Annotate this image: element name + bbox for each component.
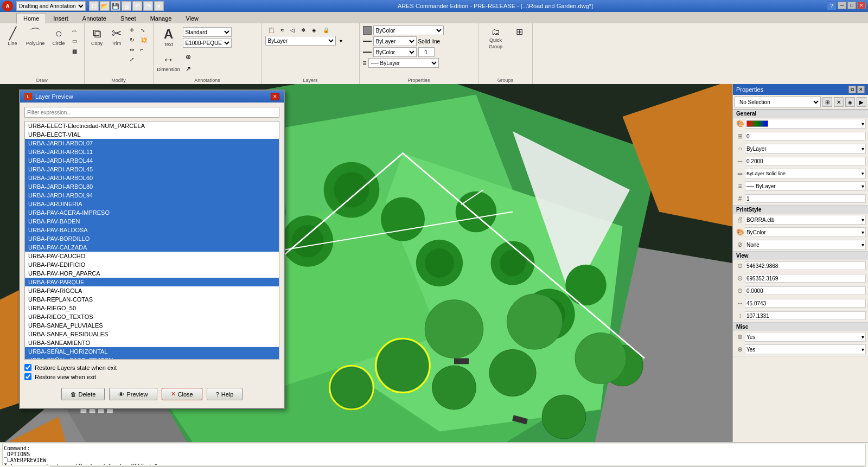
text-button[interactable]: A Text: [157, 25, 181, 49]
open-btn[interactable]: 📂: [100, 1, 110, 11]
layer-isolate-btn[interactable]: ◈: [309, 25, 319, 35]
tab-view[interactable]: View: [178, 13, 206, 23]
more-btn[interactable]: ▾: [154, 1, 164, 11]
layer-freeze-btn[interactable]: ❄: [298, 25, 308, 35]
layer-list-item[interactable]: URBA-PAV-HOR_APARCA: [25, 269, 279, 278]
layer-match-btn[interactable]: ≈: [278, 25, 287, 35]
leader-btn[interactable]: ↗: [183, 63, 194, 74]
fillet-button[interactable]: ⌐: [138, 45, 150, 54]
color-dropdown[interactable]: ByColor: [373, 25, 444, 35]
layer-list-item[interactable]: URBA-SEÑAL_PASO_PEATON: [25, 356, 279, 360]
maximize-btn[interactable]: □: [847, 2, 856, 9]
copy-button[interactable]: ⧉ Copy: [88, 25, 106, 48]
plotstyle-prop-dropdown[interactable]: ── ByLayer ▾: [745, 181, 866, 191]
lineweight-dropdown[interactable]: ByColor: [373, 47, 417, 57]
minimize-btn[interactable]: ─: [838, 2, 846, 9]
plotstyle-dropdown[interactable]: ── ByLayer: [368, 58, 439, 68]
view-height-value[interactable]: [745, 311, 866, 320]
line-button[interactable]: ╱ Line: [3, 25, 22, 48]
help-button[interactable]: ? Help: [207, 388, 243, 400]
layer-list-item[interactable]: URBA-PAV-BORDILLO: [25, 234, 279, 243]
save-btn[interactable]: 💾: [111, 1, 120, 11]
prop-close-btn[interactable]: ✕: [857, 86, 865, 93]
circle-button[interactable]: ○ Circle: [49, 25, 68, 48]
printstyle-none-dropdown[interactable]: None ▾: [745, 240, 866, 250]
tab-home[interactable]: Home: [16, 13, 46, 24]
layer-list-item[interactable]: URBA-JARDI-ARBOL45: [25, 165, 279, 174]
view-width-value[interactable]: [745, 299, 866, 308]
layer-list[interactable]: URBA-ELECT-Electricidad-NUM_PARCELAURBA-…: [24, 121, 279, 360]
prop-apply-btn[interactable]: ▶: [857, 97, 866, 107]
printstyle-table-dropdown[interactable]: BORRA.ctb ▾: [745, 215, 866, 225]
layer-list-item[interactable]: URBA-JARDI-ARBOL60: [25, 174, 279, 182]
text-style-dropdown[interactable]: Standard: [183, 27, 232, 37]
layer-list-item[interactable]: URBA-PAV-RIGOLA: [25, 286, 279, 295]
prop-select-btn[interactable]: ◈: [845, 97, 855, 107]
restore-view-checkbox[interactable]: [24, 373, 31, 380]
layer-dd-btn[interactable]: ▾: [337, 36, 345, 46]
misc-annotative-dropdown[interactable]: Yes ▾: [745, 332, 866, 342]
redo-btn[interactable]: ↷: [143, 1, 153, 11]
linescale-prop-dropdown[interactable]: ByLayer Solid line ▾: [745, 169, 866, 178]
transparency-prop-value[interactable]: [745, 194, 866, 203]
printstyle-color-dropdown[interactable]: ByColor ▾: [745, 227, 866, 237]
lineweight-value[interactable]: [418, 47, 435, 57]
preview-button[interactable]: 👁 Preview: [109, 388, 157, 400]
layer-list-item[interactable]: URBA-PAV-BALDOSA: [25, 226, 279, 234]
layer-props-btn[interactable]: 📋: [265, 25, 277, 35]
undo-btn[interactable]: ↶: [132, 1, 142, 11]
polyline-button[interactable]: ⌒ PolyLine: [23, 25, 48, 48]
tab-manage[interactable]: Manage: [143, 13, 179, 23]
view-z-value[interactable]: [745, 286, 866, 295]
layer-list-item[interactable]: URBA-ELECT-VIAL: [25, 130, 279, 139]
layer-prev-btn[interactable]: ◁: [288, 25, 297, 35]
layer-list-item[interactable]: URBA-ELECT-Electricidad-NUM_PARCELA: [25, 121, 279, 130]
prop-filter-btn[interactable]: ⊞: [822, 97, 832, 107]
general-section-header[interactable]: General: [733, 110, 868, 118]
layer-list-item[interactable]: URBA-PAV-EDIFICIO: [25, 260, 279, 269]
linetype-dropdown[interactable]: ByLayer: [373, 36, 417, 46]
layer-list-item[interactable]: URBA-PAV-CAUCHO: [25, 252, 279, 260]
rotate-button[interactable]: ↻: [127, 35, 137, 44]
rectangle-button[interactable]: ▭: [69, 36, 81, 46]
layer-list-item[interactable]: URBA-RIEGO_50: [25, 304, 279, 312]
layer-list-item[interactable]: URBA-JARDI-ARBOL94: [25, 191, 279, 200]
layer-dialog-close-btn[interactable]: ✕: [271, 93, 279, 100]
dimension-button[interactable]: ↔ Dimension: [157, 52, 181, 74]
layer-prop-value[interactable]: [745, 132, 866, 140]
tab-annotate[interactable]: Annotate: [75, 13, 113, 23]
scale-button[interactable]: ⤢: [127, 55, 137, 64]
group-icon-btn[interactable]: ⊞: [510, 25, 529, 39]
prop-undock-btn[interactable]: ⧉: [848, 86, 856, 93]
layer-list-item[interactable]: URBA-SEÑAL_HORIZONTAL: [25, 347, 279, 356]
prop-clear-btn[interactable]: ✕: [834, 97, 844, 107]
layer-list-item[interactable]: URBA-JARDINERIA: [25, 200, 279, 208]
new-btn[interactable]: 🗋: [89, 1, 99, 11]
layer-lock-btn[interactable]: 🔒: [320, 25, 332, 35]
layer-list-item[interactable]: URBA-JARDI-ARBOL44: [25, 156, 279, 165]
view-section-header[interactable]: View: [733, 252, 868, 260]
layer-list-item[interactable]: URBA-PAV-BADEN: [25, 217, 279, 226]
arc-button[interactable]: ⌓: [69, 25, 81, 35]
layer-list-item[interactable]: URBA-SANEA_RESIDUALES: [25, 330, 279, 338]
mirror-button[interactable]: ⇔: [127, 45, 137, 54]
misc-scale-dropdown[interactable]: Yes ▾: [745, 344, 866, 354]
explode-button[interactable]: 💥: [138, 35, 150, 44]
layer-list-item[interactable]: URBA-SANEA_PLUVIALES: [25, 321, 279, 330]
layer-list-item[interactable]: URBA-JARDI-ARBOL80: [25, 182, 279, 191]
linetype-prop-dropdown[interactable]: ByLayer ▾: [745, 144, 866, 153]
misc-section-header[interactable]: Misc: [733, 323, 868, 331]
help-btn[interactable]: ?: [827, 2, 837, 10]
layer-list-item[interactable]: URBA-PAV-ACERA-IMPRESO: [25, 208, 279, 217]
layer-list-item[interactable]: URBA-PAV-PARQUE: [25, 278, 279, 286]
drafting-mode-dropdown[interactable]: Drafting and Annotation: [16, 1, 86, 11]
delete-button[interactable]: 🗑 Delete: [61, 388, 105, 400]
quick-group-button[interactable]: 🗂 Quick Group: [482, 25, 509, 52]
layer-list-item[interactable]: URBA-JARDI-ARBOL11: [25, 148, 279, 156]
layer-list-item[interactable]: URBA-PAV-CALZADA: [25, 243, 279, 252]
text-size-dropdown[interactable]: E1000-PEQUE: [183, 38, 232, 48]
printstyle-section-header[interactable]: PrintStyle: [733, 206, 868, 214]
restore-layers-checkbox[interactable]: [24, 364, 31, 371]
lineweight-prop-value[interactable]: [745, 157, 866, 165]
layer-list-item[interactable]: URBA-REPLAN-COTAS: [25, 295, 279, 304]
